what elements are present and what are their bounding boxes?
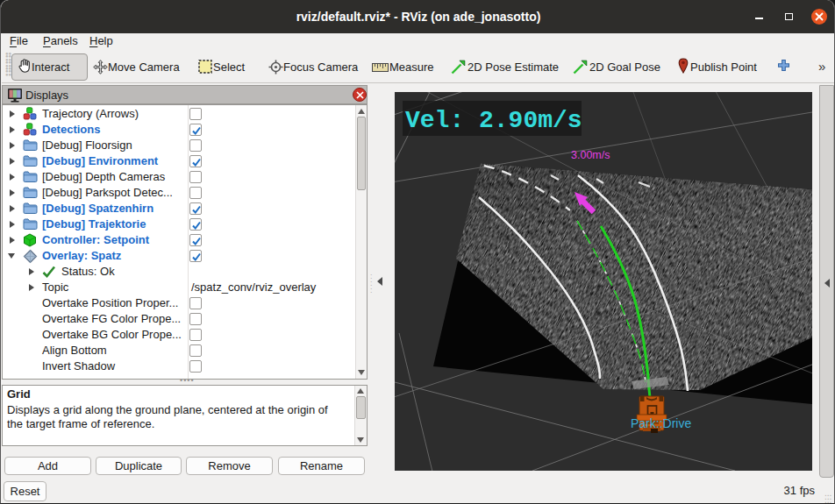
- svg-text:Vel: 2.90m/s: Vel: 2.90m/s: [405, 107, 582, 134]
- svg-text:Park::Drive: Park::Drive: [631, 416, 691, 430]
- svg-text:3.00m/s: 3.00m/s: [571, 149, 610, 161]
